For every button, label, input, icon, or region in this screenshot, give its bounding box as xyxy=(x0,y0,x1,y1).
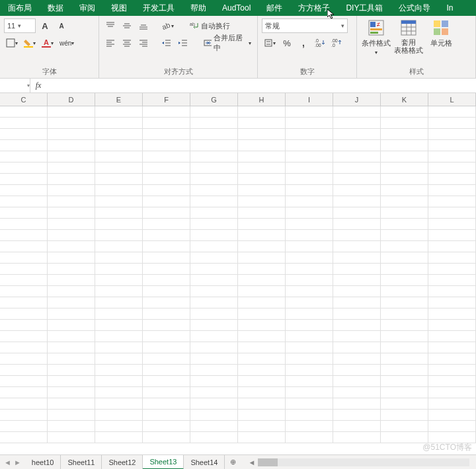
wrap-text-button[interactable]: ab 自动换行 xyxy=(188,18,232,33)
cell[interactable] xyxy=(190,129,238,139)
cell[interactable] xyxy=(48,174,95,184)
cell[interactable] xyxy=(381,387,428,398)
cell[interactable] xyxy=(48,275,95,285)
cell[interactable] xyxy=(95,421,143,431)
cell[interactable] xyxy=(48,106,95,117)
cell[interactable] xyxy=(238,331,286,342)
phonetic-button[interactable]: wén▾ xyxy=(58,36,76,50)
cell[interactable] xyxy=(95,252,143,263)
cell[interactable] xyxy=(238,140,286,151)
cell[interactable] xyxy=(0,140,48,151)
cell[interactable] xyxy=(381,286,428,297)
cell[interactable] xyxy=(428,297,476,308)
cell[interactable] xyxy=(190,387,238,398)
cell[interactable] xyxy=(381,140,428,151)
cell[interactable] xyxy=(0,185,48,196)
cell[interactable] xyxy=(286,387,333,398)
cell[interactable] xyxy=(0,129,48,139)
cell[interactable] xyxy=(333,129,381,139)
cell[interactable] xyxy=(190,196,238,207)
cell[interactable] xyxy=(0,342,48,353)
cell[interactable] xyxy=(143,421,190,431)
cell[interactable] xyxy=(238,286,286,297)
cell[interactable] xyxy=(95,219,143,229)
cell[interactable] xyxy=(333,252,381,263)
fill-color-button[interactable]: ▾ xyxy=(22,36,38,50)
grid-row[interactable] xyxy=(0,140,476,151)
cell[interactable] xyxy=(143,219,190,229)
cell[interactable] xyxy=(0,297,48,308)
cell[interactable] xyxy=(286,241,333,252)
cell[interactable] xyxy=(190,219,238,229)
cell[interactable] xyxy=(238,432,286,443)
font-size-select[interactable]: 11▾ xyxy=(4,18,36,33)
cell[interactable] xyxy=(238,241,286,252)
cell[interactable] xyxy=(0,331,48,342)
cell[interactable] xyxy=(0,320,48,330)
column-header[interactable]: L xyxy=(428,93,476,106)
cell[interactable] xyxy=(286,106,333,117)
cell[interactable] xyxy=(95,241,143,252)
cell[interactable] xyxy=(190,342,238,353)
cell[interactable] xyxy=(238,398,286,409)
cell[interactable] xyxy=(333,162,381,173)
sheet-tab[interactable]: heet10 xyxy=(25,455,61,470)
cell[interactable] xyxy=(381,174,428,184)
cell[interactable] xyxy=(333,118,381,128)
cell[interactable] xyxy=(95,162,143,173)
cell[interactable] xyxy=(381,241,428,252)
cell[interactable] xyxy=(381,196,428,207)
cell[interactable] xyxy=(0,264,48,274)
cell[interactable] xyxy=(428,320,476,330)
grid-row[interactable] xyxy=(0,241,476,252)
merge-center-button[interactable]: 合并后居中 ▾ xyxy=(202,36,253,50)
cell[interactable] xyxy=(0,241,48,252)
accounting-format-button[interactable]: ▾ xyxy=(262,36,278,50)
cell[interactable] xyxy=(428,140,476,151)
cell[interactable] xyxy=(381,162,428,173)
cell[interactable] xyxy=(428,410,476,420)
cell[interactable] xyxy=(333,275,381,285)
cell[interactable] xyxy=(428,365,476,375)
grid-row[interactable] xyxy=(0,151,476,162)
cell[interactable] xyxy=(238,308,286,319)
cell[interactable] xyxy=(0,398,48,409)
cell[interactable] xyxy=(143,432,190,443)
cell[interactable] xyxy=(286,398,333,409)
cell[interactable] xyxy=(95,342,143,353)
scrollbar-thumb[interactable] xyxy=(258,458,278,466)
menu-tab[interactable]: 数据 xyxy=(40,0,71,16)
cell[interactable] xyxy=(238,174,286,184)
cell[interactable] xyxy=(381,118,428,128)
cell[interactable] xyxy=(0,207,48,218)
cell[interactable] xyxy=(381,151,428,162)
cell[interactable] xyxy=(95,398,143,409)
grid-row[interactable] xyxy=(0,286,476,297)
formula-input[interactable] xyxy=(46,79,476,92)
cell[interactable] xyxy=(428,185,476,196)
cell[interactable] xyxy=(428,196,476,207)
cell[interactable] xyxy=(381,297,428,308)
cell[interactable] xyxy=(286,151,333,162)
cell[interactable] xyxy=(190,365,238,375)
cell[interactable] xyxy=(381,106,428,117)
cell[interactable] xyxy=(286,140,333,151)
sheet-tab[interactable]: Sheet14 xyxy=(184,455,225,470)
grid-row[interactable] xyxy=(0,432,476,443)
grid-row[interactable] xyxy=(0,185,476,196)
cell[interactable] xyxy=(48,241,95,252)
cell[interactable] xyxy=(190,106,238,117)
cell[interactable] xyxy=(286,286,333,297)
menu-tab[interactable]: DIY工具箱 xyxy=(338,0,391,16)
cell[interactable] xyxy=(190,308,238,319)
grid-row[interactable] xyxy=(0,353,476,365)
sheet-tab-active[interactable]: Sheet13 xyxy=(143,455,184,470)
cell[interactable] xyxy=(190,151,238,162)
cell[interactable] xyxy=(0,174,48,184)
cell[interactable] xyxy=(286,320,333,330)
cell-styles-button[interactable]: 单元格 xyxy=(426,18,456,48)
cell[interactable] xyxy=(381,365,428,375)
cell[interactable] xyxy=(381,432,428,443)
cell[interactable] xyxy=(333,264,381,274)
cell[interactable] xyxy=(238,185,286,196)
